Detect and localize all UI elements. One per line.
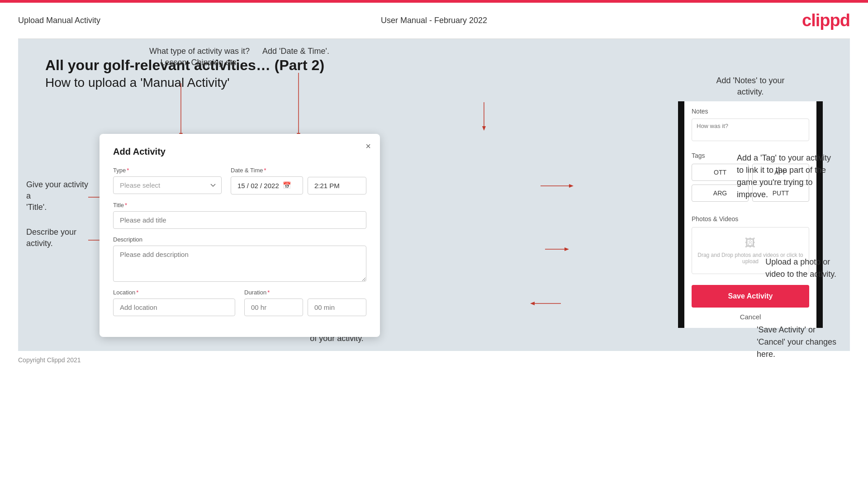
svg-marker-15 — [569, 184, 574, 188]
modal-title: Add Activity — [113, 147, 366, 157]
annotation-describe: Describe youractivity. — [26, 227, 76, 249]
datetime-group: Date & Time* 15 / 02 / 2022 📅 — [231, 167, 366, 194]
header: Upload Manual Activity User Manual - Feb… — [0, 3, 868, 38]
right-panel: Add 'Notes' to youractivity. Notes Tags … — [678, 75, 823, 328]
form-row-1: Type* Please select Date & Time* 15 / 02… — [113, 167, 366, 194]
photos-label: Photos & Videos — [692, 215, 809, 223]
annotation-give-title: Give your activity a'Title'. — [26, 179, 90, 213]
location-label: Location* — [113, 289, 235, 296]
svg-marker-19 — [530, 302, 535, 305]
svg-marker-17 — [564, 247, 569, 251]
clippd-logo: clippd — [802, 11, 850, 30]
description-label: Description — [113, 236, 366, 243]
description-group: Description — [113, 236, 366, 282]
annotation-type: What type of activity was it?Lesson, Chi… — [149, 46, 250, 68]
footer: Copyright Clippd 2021 — [0, 351, 868, 369]
datetime-row: 15 / 02 / 2022 📅 — [231, 176, 366, 194]
title-label: Title* — [113, 202, 366, 208]
type-select[interactable]: Please select — [113, 176, 222, 194]
duration-group: Duration* — [244, 289, 366, 316]
close-button[interactable]: × — [365, 141, 371, 152]
annotation-datetime: Add 'Date & Time'. — [262, 46, 329, 57]
phone-content: Notes Tags OTT APP ARG PUTT Photos & Vid… — [684, 101, 816, 328]
notes-input[interactable] — [692, 118, 809, 141]
notes-section-label: Notes — [692, 108, 809, 115]
description-textarea[interactable] — [113, 246, 366, 282]
save-activity-button[interactable]: Save Activity — [692, 285, 809, 308]
calendar-icon: 📅 — [283, 181, 291, 190]
phone-mockup: Notes Tags OTT APP ARG PUTT Photos & Vid… — [678, 101, 823, 328]
type-group: Type* Please select — [113, 167, 222, 194]
header-center-title: User Manual - February 2022 — [381, 16, 487, 25]
duration-label: Duration* — [244, 289, 366, 296]
notes-section: Notes — [684, 101, 816, 147]
annotation-save-cancel: 'Save Activity' or'Cancel' your changesh… — [757, 324, 836, 360]
copyright: Copyright Clippd 2021 — [18, 356, 81, 364]
dialog-area: Add Activity × Type* Please select Date … — [100, 98, 380, 337]
title-input[interactable] — [113, 211, 366, 229]
datetime-label: Date & Time* — [231, 167, 366, 174]
date-input[interactable]: 15 / 02 / 2022 📅 — [231, 176, 303, 194]
upload-icon: 🖼 — [697, 237, 804, 249]
main-content: All your golf-relevant activities… (Part… — [18, 39, 850, 351]
annotation-notes: Add 'Notes' to youractivity. — [678, 75, 823, 98]
type-label: Type* — [113, 167, 222, 174]
header-left-title: Upload Manual Activity — [18, 16, 100, 25]
minutes-input[interactable] — [308, 298, 366, 316]
annotation-photo: Upload a photo orvideo to the activity. — [765, 256, 836, 280]
location-group: Location* — [113, 289, 235, 316]
hours-input[interactable] — [244, 298, 303, 316]
form-row-4: Location* Duration* — [113, 289, 366, 316]
svg-marker-13 — [482, 126, 486, 131]
annotation-tag: Add a 'Tag' to your activity to link it … — [737, 152, 836, 201]
title-group: Title* — [113, 202, 366, 229]
duration-row — [244, 298, 366, 316]
time-input[interactable] — [308, 177, 366, 194]
location-input[interactable] — [113, 298, 235, 316]
add-activity-modal: Add Activity × Type* Please select Date … — [100, 134, 380, 337]
